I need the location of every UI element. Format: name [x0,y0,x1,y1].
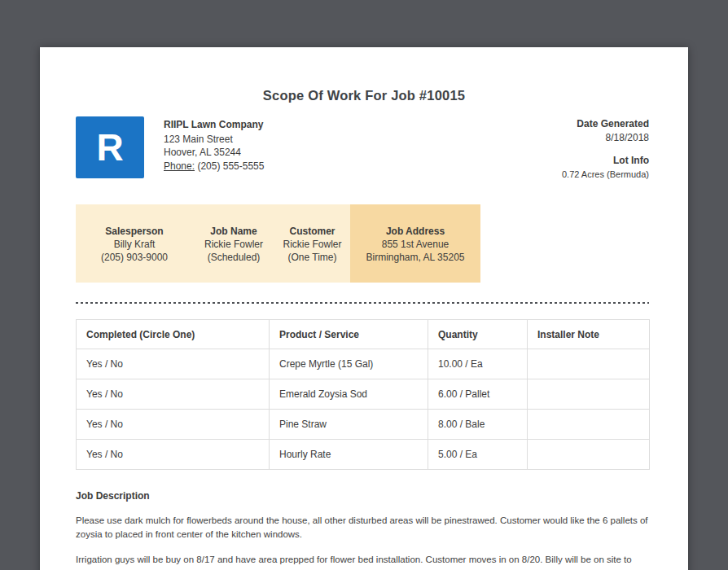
installer-note-cell [528,440,650,470]
phone-label: Phone: [164,160,195,172]
quantity-cell: 10.00 / Ea [428,349,528,379]
table-row: Yes / No Emerald Zoysia Sod 6.00 / Palle… [77,379,650,410]
company-logo: R [76,116,144,178]
job-description-paragraph: Irrigation guys will be buy on 8/17 and … [76,553,649,570]
table-header-row: Completed (Circle One) Product / Service… [77,320,650,349]
lot-info-value: 0.72 Acres (Bermuda) [562,168,649,182]
dashed-divider [76,302,649,304]
customer-name: Rickie Fowler [274,238,350,251]
quantity-cell: 5.00 / Ea [428,440,528,470]
company-info: RIIPL Lawn Company 123 Main Street Hoove… [164,116,264,181]
installer-note-cell [528,379,650,410]
salesperson-column: Salesperson Billy Kraft (205) 903-9000 [76,204,193,283]
company-name: RIIPL Lawn Company [164,118,264,132]
quantity-cell: 8.00 / Bale [428,410,528,440]
phone-number: (205) 555-5555 [197,160,264,172]
product-cell: Crepe Myrtle (15 Gal) [270,349,428,379]
document-meta: Date Generated 8/18/2018 Lot Info 0.72 A… [562,116,649,181]
quantity-cell: 6.00 / Pallet [428,379,528,410]
logo-letter: R [96,125,123,169]
job-info-band: Salesperson Billy Kraft (205) 903-9000 J… [76,204,480,283]
date-generated-value: 8/18/2018 [562,131,649,145]
product-cell: Hourly Rate [270,440,428,470]
header-completed: Completed (Circle One) [77,320,270,349]
installer-note-cell [528,349,650,379]
job-address-line2: Birmingham, AL 35205 [350,251,480,264]
job-description-heading: Job Description [76,490,649,502]
job-name-value: Rickie Fowler [193,238,274,251]
salesperson-name: Billy Kraft [76,238,193,251]
header-installer-note: Installer Note [528,320,650,349]
scope-of-work-table: Completed (Circle One) Product / Service… [76,319,650,470]
completed-cell: Yes / No [77,440,270,470]
date-generated-label: Date Generated [562,117,649,131]
completed-cell: Yes / No [77,349,270,379]
lot-info-label: Lot Info [562,154,649,168]
customer-column: Customer Rickie Fowler (One Time) [274,204,350,283]
completed-cell: Yes / No [77,379,270,410]
job-status: (Scheduled) [193,251,274,264]
document-header: R RIIPL Lawn Company 123 Main Street Hoo… [76,116,649,181]
job-description-section: Job Description Please use dark mulch fo… [76,490,649,570]
company-address-line2: Hoover, AL 35244 [164,146,264,160]
job-address-line1: 855 1st Avenue [350,238,480,251]
salesperson-label: Salesperson [76,225,193,238]
customer-type: (One Time) [274,251,350,264]
job-description-paragraph: Please use dark mulch for flowerbeds aro… [76,514,649,542]
product-cell: Emerald Zoysia Sod [270,379,428,410]
job-name-column: Job Name Rickie Fowler (Scheduled) [193,204,274,283]
table-row: Yes / No Pine Straw 8.00 / Bale [77,410,650,440]
customer-label: Customer [274,225,350,238]
job-address-label: Job Address [350,225,480,238]
document-page: Scope Of Work For Job #10015 R RIIPL Law… [40,47,688,570]
page-title: Scope Of Work For Job #10015 [40,47,688,103]
salesperson-phone: (205) 903-9000 [76,251,193,264]
product-cell: Pine Straw [270,410,428,440]
job-name-label: Job Name [193,225,274,238]
job-address-column: Job Address 855 1st Avenue Birmingham, A… [350,204,480,283]
header-product-service: Product / Service [270,320,428,349]
company-address-line1: 123 Main Street [164,133,264,147]
table-row: Yes / No Crepe Myrtle (15 Gal) 10.00 / E… [77,349,650,379]
completed-cell: Yes / No [77,410,270,440]
company-phone: Phone: (205) 555-5555 [164,160,264,173]
table-row: Yes / No Hourly Rate 5.00 / Ea [77,440,650,470]
header-quantity: Quantity [428,320,528,349]
installer-note-cell [528,410,650,440]
